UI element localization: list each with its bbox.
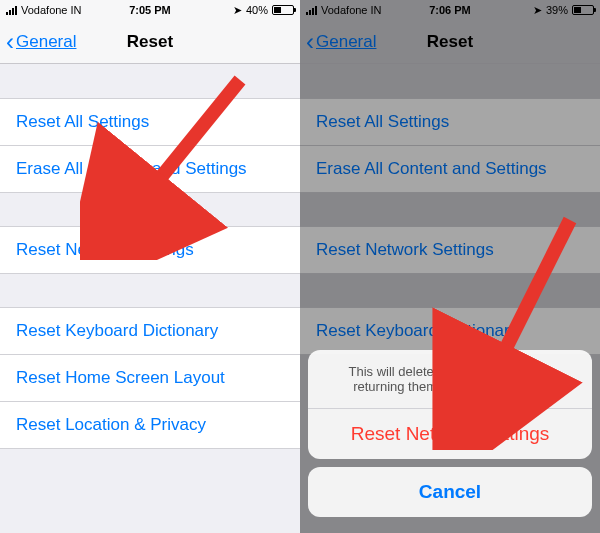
- cancel-button[interactable]: Cancel: [308, 467, 592, 517]
- row-reset-home-screen[interactable]: Reset Home Screen Layout: [0, 354, 300, 402]
- phone-right: Vodafone IN 7:06 PM ➤ 39% ‹ General Rese…: [300, 0, 600, 533]
- group-network: Reset Network Settings: [0, 226, 300, 274]
- group-general-reset: Reset All Settings Erase All Content and…: [0, 98, 300, 193]
- navbar: ‹ General Reset: [0, 20, 300, 64]
- location-icon: ➤: [233, 4, 242, 17]
- battery-pct: 40%: [246, 4, 268, 16]
- carrier-label: Vodafone IN: [21, 4, 82, 16]
- row-reset-keyboard-dictionary[interactable]: Reset Keyboard Dictionary: [0, 307, 300, 355]
- signal-icon: [6, 6, 17, 15]
- status-bar: Vodafone IN 7:05 PM ➤ 40%: [0, 0, 300, 20]
- battery-icon: [272, 5, 294, 15]
- back-button[interactable]: ‹ General: [0, 30, 76, 54]
- status-left: Vodafone IN: [6, 4, 82, 16]
- action-sheet-cancel-group: Cancel: [308, 467, 592, 517]
- action-sheet-message: This will delete all network settings, r…: [308, 350, 592, 409]
- back-label: General: [16, 32, 76, 52]
- group-other-resets: Reset Keyboard Dictionary Reset Home Scr…: [0, 307, 300, 449]
- row-erase-all-content[interactable]: Erase All Content and Settings: [0, 145, 300, 193]
- screenshot-pair: Vodafone IN 7:05 PM ➤ 40% ‹ General Rese…: [0, 0, 600, 533]
- action-sheet-main: This will delete all network settings, r…: [308, 350, 592, 459]
- row-reset-location-privacy[interactable]: Reset Location & Privacy: [0, 401, 300, 449]
- action-sheet: This will delete all network settings, r…: [308, 350, 592, 525]
- status-right: ➤ 40%: [233, 4, 294, 17]
- phone-left: Vodafone IN 7:05 PM ➤ 40% ‹ General Rese…: [0, 0, 300, 533]
- confirm-reset-network-button[interactable]: Reset Network Settings: [308, 409, 592, 459]
- chevron-left-icon: ‹: [6, 30, 14, 54]
- row-reset-network-settings[interactable]: Reset Network Settings: [0, 226, 300, 274]
- battery-fill: [274, 7, 281, 13]
- row-reset-all-settings[interactable]: Reset All Settings: [0, 98, 300, 146]
